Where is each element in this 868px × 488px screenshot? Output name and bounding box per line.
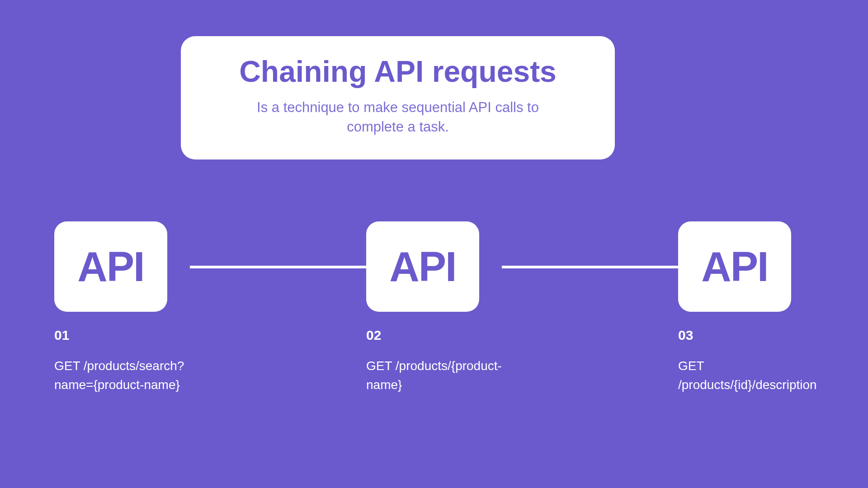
step-number-3: 03 bbox=[678, 328, 693, 343]
step-2: API 02 GET /products/{product-name} bbox=[366, 221, 502, 394]
endpoint-3: GET /products/{id}/description bbox=[678, 357, 817, 394]
header-card: Chaining API requests Is a technique to … bbox=[181, 36, 615, 160]
api-label: API bbox=[77, 243, 144, 291]
page-title: Chaining API requests bbox=[208, 54, 588, 89]
api-box-2: API bbox=[366, 221, 479, 312]
api-label: API bbox=[701, 243, 768, 291]
step-1: API 01 GET /products/search?name={produc… bbox=[54, 221, 190, 394]
api-chain: API 01 GET /products/search?name={produc… bbox=[54, 221, 814, 394]
connector-2 bbox=[502, 266, 678, 268]
step-3: API 03 GET /products/{id}/description bbox=[678, 221, 814, 394]
step-number-2: 02 bbox=[366, 328, 381, 343]
endpoint-1: GET /products/search?name={product-name} bbox=[54, 357, 190, 394]
page-subtitle: Is a technique to make sequential API ca… bbox=[240, 98, 556, 137]
api-box-1: API bbox=[54, 221, 167, 312]
api-box-3: API bbox=[678, 221, 791, 312]
endpoint-2: GET /products/{product-name} bbox=[366, 357, 502, 394]
api-label: API bbox=[389, 243, 456, 291]
step-number-1: 01 bbox=[54, 328, 69, 343]
connector-1 bbox=[190, 266, 366, 268]
